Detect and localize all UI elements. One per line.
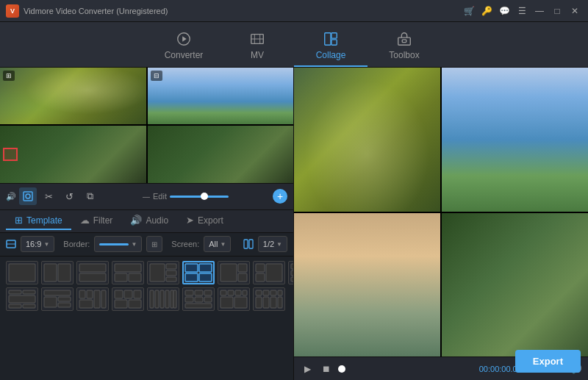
template-wide-left[interactable]: [218, 261, 250, 284]
svg-rect-17: [79, 264, 106, 272]
aspect-ratio-group: 16:9 ▼: [6, 236, 54, 252]
volume-icon: 🔊: [6, 192, 16, 201]
svg-rect-24: [166, 270, 176, 276]
chat-icon-btn[interactable]: 💬: [497, 4, 512, 18]
template-single[interactable]: [6, 261, 38, 284]
tab-mv[interactable]: MV: [220, 26, 294, 67]
cart-icon-btn[interactable]: 🛒: [462, 4, 476, 18]
svg-rect-26: [185, 264, 198, 272]
svg-rect-79: [94, 290, 100, 308]
svg-rect-4: [331, 33, 337, 38]
add-video-btn[interactable]: +: [273, 189, 287, 204]
right-cell-tl[interactable]: [294, 68, 440, 212]
template-split-h[interactable]: [41, 261, 74, 284]
key-icon-btn[interactable]: 🔑: [479, 4, 494, 18]
svg-rect-91: [171, 290, 173, 308]
minimize-btn[interactable]: —: [532, 4, 547, 18]
svg-rect-113: [278, 297, 282, 308]
template-triple-top[interactable]: [112, 261, 144, 284]
svg-rect-75: [58, 297, 71, 301]
subtab-audio[interactable]: 🔊 Audio: [121, 212, 177, 230]
video-cell-bottom-right[interactable]: [148, 126, 294, 182]
svg-rect-71: [9, 304, 21, 308]
tab-collage[interactable]: Collage: [294, 26, 368, 67]
edit-effects-btn[interactable]: [19, 187, 37, 205]
crop-btn[interactable]: ✂: [40, 187, 57, 205]
video-cell-top-right[interactable]: ⊟: [148, 68, 294, 124]
template-6-mixed-2[interactable]: [218, 287, 250, 311]
border-select[interactable]: ▼: [94, 236, 142, 252]
svg-marker-1: [182, 36, 187, 41]
svg-rect-31: [238, 264, 247, 272]
template-split-v[interactable]: [76, 261, 109, 284]
svg-rect-27: [199, 264, 212, 272]
right-cell-tr[interactable]: [442, 68, 588, 212]
app-logo: V: [6, 4, 19, 18]
svg-rect-37: [291, 270, 293, 276]
svg-rect-81: [79, 300, 93, 308]
subtab-filter[interactable]: ☁ Filter: [71, 212, 122, 230]
svg-rect-90: [165, 290, 169, 308]
template-wide-rows-2[interactable]: [41, 287, 74, 311]
export-btn[interactable]: Export: [515, 350, 581, 373]
clone-btn[interactable]: ⧉: [81, 187, 98, 205]
split-select[interactable]: 1/2 ▼: [258, 236, 287, 252]
svg-rect-14: [9, 264, 35, 282]
subtab-export[interactable]: ➤ Export: [177, 212, 232, 230]
svg-rect-5: [331, 40, 337, 45]
svg-rect-20: [115, 273, 127, 282]
aspect-ratio-select[interactable]: 16:9 ▼: [21, 236, 54, 252]
subtab-template[interactable]: ⊞ Template: [6, 212, 71, 230]
template-6-mixed[interactable]: [182, 287, 215, 311]
svg-rect-18: [79, 273, 106, 282]
svg-rect-76: [58, 303, 71, 307]
cell-icon-tr: ⊟: [151, 71, 162, 81]
svg-rect-23: [166, 264, 176, 269]
svg-rect-68: [9, 290, 21, 294]
svg-rect-33: [256, 264, 265, 272]
sub-tabs: ⊞ Template ☁ Filter 🔊 Audio ➤ Export: [0, 209, 293, 233]
template-icon: ⊞: [15, 215, 23, 226]
svg-rect-92: [173, 290, 176, 308]
progress-dot[interactable]: [338, 365, 345, 373]
tab-toolbox[interactable]: Toolbox: [368, 26, 441, 67]
edit-slider[interactable]: [170, 196, 229, 198]
template-3row[interactable]: [288, 261, 293, 284]
minus-icon: —: [143, 193, 150, 201]
menu-icon-btn[interactable]: ☰: [514, 4, 529, 18]
screen-select[interactable]: All ▼: [204, 236, 231, 252]
template-6-col[interactable]: [147, 287, 179, 311]
right-cell-br[interactable]: [442, 213, 588, 357]
border-group: Border: ▼ ⊞: [63, 236, 162, 252]
template-5-mixed-2[interactable]: [112, 287, 144, 311]
template-wide-right[interactable]: [253, 261, 285, 284]
split-group: 1/2 ▼: [243, 236, 287, 252]
video-cell-bottom-left[interactable]: [0, 126, 146, 182]
svg-rect-29: [199, 273, 212, 282]
svg-rect-34: [256, 273, 265, 282]
red-selection-box: [3, 148, 18, 161]
play-btn[interactable]: ▶: [300, 362, 315, 376]
split-icon: [243, 239, 254, 249]
svg-rect-86: [129, 300, 141, 308]
template-quad-right[interactable]: [147, 261, 179, 284]
maximize-btn[interactable]: □: [550, 4, 564, 18]
svg-rect-16: [58, 264, 71, 282]
template-quad-equal[interactable]: [182, 261, 215, 284]
close-btn[interactable]: ✕: [567, 4, 582, 18]
right-cell-bl[interactable]: [294, 213, 440, 357]
template-5-mixed[interactable]: [76, 287, 109, 311]
tab-converter[interactable]: Converter: [147, 26, 220, 67]
stop-btn[interactable]: ⏹: [319, 362, 334, 376]
svg-rect-97: [195, 297, 203, 302]
template-7-mixed[interactable]: [253, 287, 285, 311]
svg-rect-88: [155, 290, 159, 308]
video-cell-top-left[interactable]: ⊞: [0, 68, 146, 124]
svg-rect-108: [270, 290, 276, 295]
screen-group: Screen: All ▼: [171, 236, 231, 252]
border-grid-btn[interactable]: ⊞: [146, 236, 162, 252]
svg-rect-7: [402, 40, 406, 43]
nav-tabs: Converter MV Collage Toolbox: [0, 22, 588, 68]
rotate-btn[interactable]: ↺: [60, 187, 78, 205]
template-wide-rows[interactable]: [6, 287, 38, 311]
